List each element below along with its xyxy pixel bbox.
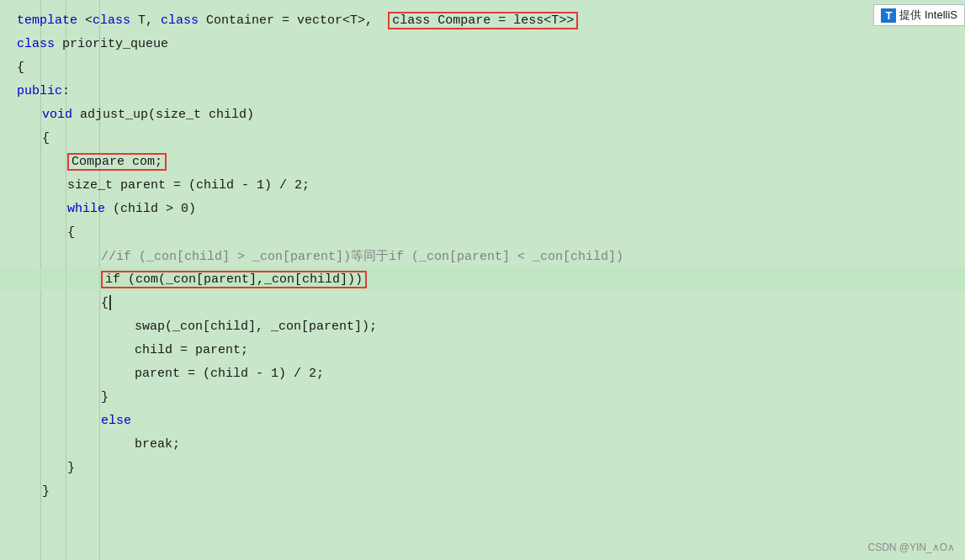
code-line: if (com(_con[parent],_con[child])) <box>0 267 965 291</box>
code-token: { <box>101 296 109 310</box>
code-token: class <box>17 37 55 51</box>
code-line: child = parent; <box>0 338 965 362</box>
code-token: break; <box>135 437 180 452</box>
code-line: } <box>0 456 965 479</box>
code-token: public <box>17 84 62 98</box>
code-token: //if (_con[child] > _con[parent])等同于if (… <box>101 248 623 264</box>
code-token: { <box>42 131 50 145</box>
code-token: parent = (child - 1) / 2; <box>135 367 324 381</box>
code-line: { <box>0 126 965 150</box>
code-line: parent = (child - 1) / 2; <box>0 362 965 385</box>
code-token: Container = vector<T>, <box>199 13 388 28</box>
badge-text: 提供 IntelliS <box>899 8 957 23</box>
code-line: { <box>0 291 965 314</box>
code-token: (child > 0) <box>105 202 196 216</box>
code-line: break; <box>0 432 965 456</box>
code-token: template <box>17 13 85 28</box>
code-line: template <class T, class Container = vec… <box>0 8 965 32</box>
code-token: size_t <box>156 108 201 122</box>
code-token: size_t <box>67 178 113 193</box>
highlighted-token: Compare com; <box>67 153 167 171</box>
code-token: priority_queue <box>55 37 168 51</box>
code-token: T, <box>130 13 161 28</box>
code-token: } <box>42 484 50 499</box>
code-line: } <box>0 385 965 409</box>
code-line: else <box>0 409 965 432</box>
code-line: class priority_queue <box>0 32 965 55</box>
highlighted-token: class Compare = less<T>> <box>388 12 578 29</box>
badge-t-icon: T <box>881 8 896 23</box>
code-line: swap(_con[child], _con[parent]); <box>0 314 965 338</box>
intellisense-badge: T 提供 IntelliS <box>873 4 965 26</box>
code-token: : <box>62 84 70 98</box>
code-token: { <box>17 61 24 75</box>
code-token: child = parent; <box>135 343 248 357</box>
code-line: //if (_con[child] > _con[parent])等同于if (… <box>0 244 965 267</box>
code-token: class <box>161 13 199 28</box>
code-token: } <box>67 461 75 475</box>
text-cursor <box>109 295 111 310</box>
code-token: class <box>93 13 130 28</box>
code-line: { <box>0 220 965 244</box>
code-token: swap <box>135 320 165 334</box>
code-line: public: <box>0 79 965 103</box>
code-container: T 提供 IntelliS template <class T, class C… <box>0 0 965 560</box>
code-line: void adjust_up(size_t child) <box>0 103 965 126</box>
code-lines: template <class T, class Container = vec… <box>0 8 965 503</box>
code-line: while (child > 0) <box>0 197 965 220</box>
code-token: parent = (child - 1) / 2; <box>113 178 310 193</box>
code-token: void <box>42 108 72 122</box>
code-line: } <box>0 479 965 503</box>
code-line: size_t parent = (child - 1) / 2; <box>0 173 965 197</box>
code-token: adjust_up( <box>72 108 156 122</box>
code-token: < <box>85 13 93 28</box>
code-token: while <box>67 202 105 216</box>
watermark: CSDN @YIN_∧O∧ <box>867 542 955 553</box>
code-token: else <box>101 414 131 428</box>
highlighted-token: if (com(_con[parent],_con[child])) <box>101 271 367 288</box>
code-line: { <box>0 55 965 79</box>
code-token: child) <box>201 108 254 122</box>
code-token: (_con[child], _con[parent]); <box>165 320 377 334</box>
code-token: { <box>67 225 75 240</box>
code-line: Compare com; <box>0 150 965 173</box>
code-token: } <box>101 390 109 404</box>
